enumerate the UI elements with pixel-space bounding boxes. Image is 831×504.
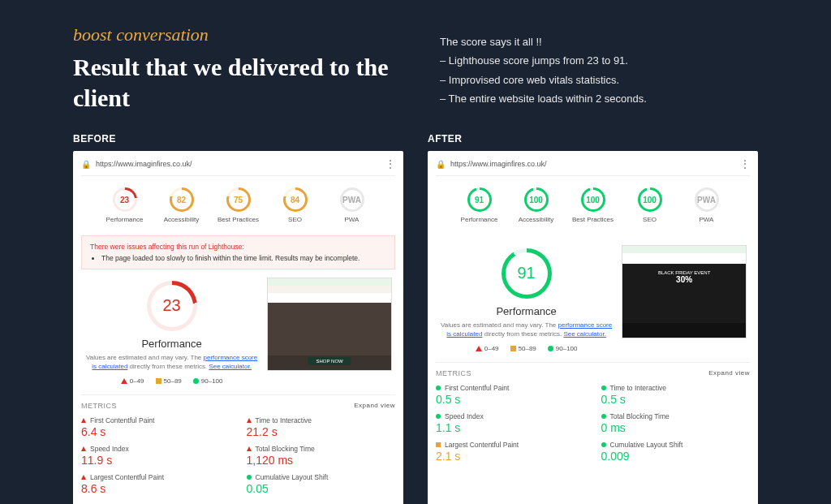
summary-block: The score says it all !! – Lighthouse sc… xyxy=(440,24,758,113)
performance-gauge: 91 xyxy=(502,248,552,299)
metric-name: Cumulative Layout Shift xyxy=(610,441,683,449)
see-calc-link[interactable]: See calculator. xyxy=(563,330,605,338)
expand-view[interactable]: Expand view xyxy=(708,369,750,377)
gauge-label: Performance xyxy=(102,216,148,224)
gauge-label: Best Practices xyxy=(216,216,261,224)
gauge-label: PWA xyxy=(329,216,375,224)
metric-item: First Contentful Paint6.4 s xyxy=(81,415,230,440)
gauge-item: 82Accessibility xyxy=(159,187,205,224)
gauge-label: Accessibility xyxy=(514,216,559,224)
after-card: 🔒 https://www.imaginfires.co.uk/ ⋮ 91Per… xyxy=(428,151,758,504)
dot-green-icon xyxy=(193,378,199,384)
warning-box: There were issues affecting this run of … xyxy=(81,235,395,269)
gauge-circle: 82 xyxy=(170,187,194,212)
metric-shape-icon xyxy=(601,386,606,390)
lock-icon: 🔒 xyxy=(81,160,91,169)
performance-title: Performance xyxy=(439,305,614,317)
gauge-item: 100SEO xyxy=(627,187,673,224)
metric-value: 0.5 s xyxy=(601,393,751,406)
gauge-item: 100Best Practices xyxy=(571,187,616,224)
metric-item: Cumulative Layout Shift0.05 xyxy=(247,472,396,497)
gauge-circle: 100 xyxy=(581,187,605,212)
url-bar: 🔒 https://www.imaginfires.co.uk/ ⋮ xyxy=(81,157,395,176)
before-label: BEFORE xyxy=(73,133,403,144)
performance-gauge: 23 xyxy=(147,281,197,331)
triangle-red-icon xyxy=(476,346,482,351)
metric-name: First Contentful Paint xyxy=(445,384,509,392)
gauge-circle: 91 xyxy=(467,187,492,212)
summary-line: The score says it all !! xyxy=(440,32,758,51)
gauge-item: 91Performance xyxy=(457,187,502,224)
summary-line: – Improvised core web vitals statistics. xyxy=(440,71,758,89)
gauge-circle: 84 xyxy=(283,187,308,212)
warning-title: There were issues affecting this run of … xyxy=(90,243,386,251)
url-text: https://www.imaginfires.co.uk/ xyxy=(450,160,547,168)
metric-name: Largest Contentful Paint xyxy=(90,473,164,481)
performance-title: Performance xyxy=(84,338,259,350)
metric-name: Speed Index xyxy=(90,445,129,453)
gauge-label: Accessibility xyxy=(159,216,205,224)
metric-shape-icon xyxy=(601,414,606,419)
more-icon[interactable]: ⋮ xyxy=(385,157,395,170)
metric-shape-icon xyxy=(247,475,252,480)
gauge-row: 91Performance100Accessibility100Best Pra… xyxy=(436,176,750,230)
metric-item: Time to Interactive21.2 s xyxy=(247,415,396,440)
gauge-item: PWAPWA xyxy=(684,187,730,224)
metric-item: Speed Index1.1 s xyxy=(436,411,585,436)
preview-thumbnail: SHOP NOW xyxy=(267,278,392,371)
metric-name: Speed Index xyxy=(445,412,484,420)
metric-value: 0.5 s xyxy=(436,393,585,406)
gauge-item: 75Best Practices xyxy=(216,187,261,224)
metric-name: Cumulative Layout Shift xyxy=(256,473,329,481)
metric-item: Speed Index11.9 s xyxy=(81,443,230,468)
gauge-item: 23Performance xyxy=(102,187,148,224)
metric-shape-icon xyxy=(436,442,441,447)
metric-item: Largest Contentful Paint8.6 s xyxy=(81,472,230,497)
more-icon[interactable]: ⋮ xyxy=(739,157,750,170)
metric-name: Time to Interactive xyxy=(610,384,667,392)
dot-green-icon xyxy=(548,346,553,351)
gauge-label: Best Practices xyxy=(571,216,616,224)
after-label: AFTER xyxy=(428,133,758,144)
metric-shape-icon xyxy=(81,475,86,480)
gauge-circle: PWA xyxy=(695,187,719,212)
performance-desc: Values are estimated and may vary. The p… xyxy=(84,353,259,371)
score-legend: 0–49 50–89 90–100 xyxy=(84,377,259,385)
metric-name: First Contentful Paint xyxy=(90,416,154,424)
gauge-circle: 75 xyxy=(226,187,251,212)
gauge-item: PWAPWA xyxy=(329,187,375,224)
metric-name: Time to Interactive xyxy=(256,416,312,424)
metric-value: 2.1 s xyxy=(436,450,585,463)
metric-shape-icon xyxy=(436,414,441,419)
metric-item: Total Blocking Time1,120 ms xyxy=(247,443,396,468)
gauge-circle: 100 xyxy=(638,187,662,212)
metric-shape-icon xyxy=(436,386,441,390)
metric-value: 8.6 s xyxy=(81,482,230,495)
metrics-label: METRICS xyxy=(81,402,117,410)
preview-thumbnail: BLACK FRIDAY EVENT30% xyxy=(622,245,747,338)
metric-value: 1.1 s xyxy=(436,421,585,434)
summary-line: – Lighthouse score jumps from 23 to 91. xyxy=(440,51,758,70)
metric-shape-icon xyxy=(601,442,606,447)
metric-value: 0.05 xyxy=(247,482,396,495)
metric-value: 0 ms xyxy=(601,421,751,434)
url-bar: 🔒 https://www.imaginfires.co.uk/ ⋮ xyxy=(436,157,750,176)
metrics-grid: First Contentful Paint0.5 sTime to Inter… xyxy=(436,382,750,464)
summary-line: – The entire website loads within 2 seco… xyxy=(440,89,758,108)
triangle-red-icon xyxy=(121,378,127,384)
url-text: https://www.imaginfires.co.uk/ xyxy=(96,160,192,168)
metric-value: 1,120 ms xyxy=(247,454,396,467)
expand-view[interactable]: Expand view xyxy=(354,402,395,409)
metrics-grid: First Contentful Paint6.4 sTime to Inter… xyxy=(81,415,395,497)
gauge-circle: 100 xyxy=(524,187,549,212)
metrics-label: METRICS xyxy=(436,369,471,377)
see-calc-link[interactable]: See calculator. xyxy=(209,363,251,370)
before-card: 🔒 https://www.imaginfires.co.uk/ ⋮ 23Per… xyxy=(73,151,403,504)
gauge-circle: PWA xyxy=(340,187,364,212)
metric-item: Cumulative Layout Shift0.009 xyxy=(601,439,751,464)
metric-name: Largest Contentful Paint xyxy=(445,441,519,449)
page-headline: Result that we delivered to the client xyxy=(73,52,391,113)
metric-shape-icon xyxy=(247,418,252,423)
metric-item: Largest Contentful Paint2.1 s xyxy=(436,439,585,464)
metric-value: 0.009 xyxy=(601,450,751,463)
